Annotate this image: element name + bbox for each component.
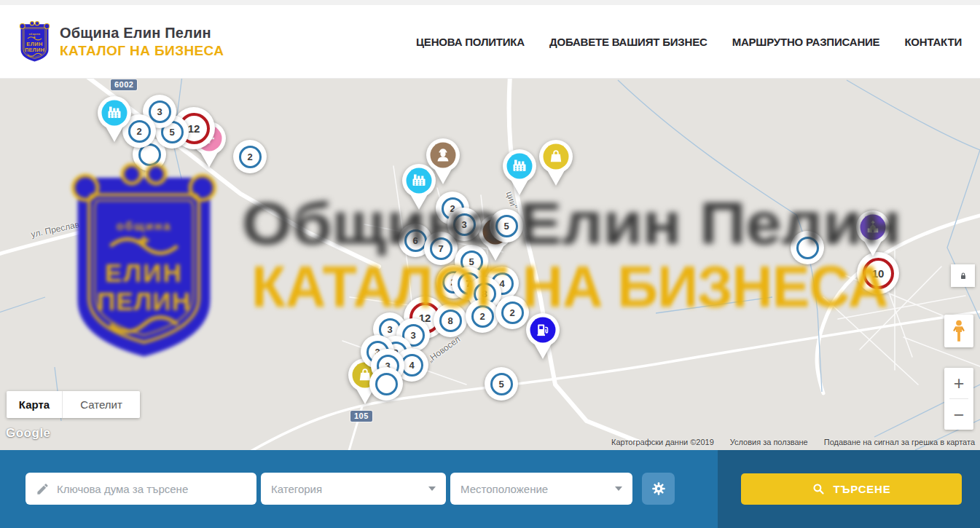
- street-view-pegman-button[interactable]: [944, 315, 973, 347]
- attribution-text: Картографски данни ©2019: [611, 438, 714, 446]
- pegman-icon: [949, 319, 968, 344]
- chevron-down-icon: [615, 486, 622, 491]
- pencil-icon: [36, 482, 50, 496]
- cluster-marker[interactable]: 2: [233, 140, 267, 173]
- cluster-count: 5: [490, 373, 513, 395]
- cluster-marker[interactable]: 7: [424, 232, 458, 265]
- fullscreen-lock-button[interactable]: [951, 264, 975, 287]
- cluster-count: 3: [453, 213, 476, 236]
- map-attribution: Картографски данни ©2019Условия за ползв…: [611, 438, 975, 446]
- attribution-link[interactable]: Условия за ползване: [730, 438, 808, 446]
- location-select[interactable]: Местоположение: [450, 473, 632, 505]
- zoom-in-button[interactable]: +: [944, 368, 973, 398]
- site-header: община ЕЛИН ПЕЛИН Община Елин Пелин КАТА…: [0, 5, 980, 79]
- cluster-marker[interactable]: 5: [490, 209, 523, 243]
- zoom-control: + −: [944, 368, 973, 430]
- church-pin[interactable]: [852, 208, 893, 261]
- top-strip: [0, 0, 980, 5]
- location-select-value: Местоположение: [460, 483, 548, 495]
- site-title: Община Елин Пелин: [60, 25, 224, 42]
- nav-link[interactable]: ЦЕНОВА ПОЛИТИКА: [416, 36, 525, 48]
- cluster-count: 2: [471, 305, 494, 328]
- search-icon: [812, 482, 826, 496]
- factory-pin[interactable]: [94, 93, 135, 147]
- advanced-settings-button[interactable]: [642, 473, 675, 505]
- nav-link[interactable]: КОНТАКТИ: [904, 36, 962, 48]
- cluster-count: [375, 373, 398, 395]
- keyword-input[interactable]: [57, 483, 256, 495]
- site-logo[interactable]: община ЕЛИН ПЕЛИН Община Елин Пелин КАТА…: [17, 18, 224, 65]
- cluster-marker[interactable]: 2: [466, 299, 499, 333]
- map-type-map-button[interactable]: Карта: [7, 391, 62, 418]
- cluster-marker[interactable]: [369, 367, 403, 401]
- map-type-control: Карта Сателит: [7, 391, 140, 418]
- cluster-count: 2: [501, 302, 524, 324]
- main-nav: ЦЕНОВА ПОЛИТИКАДОБАВЕТЕ ВАШИЯТ БИЗНЕСМАР…: [416, 36, 962, 48]
- svg-text:ЕЛИН: ЕЛИН: [26, 41, 42, 47]
- cluster-count: [796, 237, 819, 259]
- road-number-badge: 105: [350, 411, 372, 422]
- category-select-value: Категория: [271, 483, 322, 495]
- factory-pin[interactable]: [399, 161, 439, 215]
- cluster-count: 6: [404, 229, 427, 252]
- search-submit-button[interactable]: ТЪРСЕНЕ: [741, 473, 962, 505]
- attribution-link[interactable]: Подаване на сигнал за грешка в картата: [824, 438, 975, 446]
- page: община ЕЛИН ПЕЛИН Община Елин Пелин КАТА…: [0, 0, 980, 528]
- municipality-crest-icon: община ЕЛИН ПЕЛИН: [17, 18, 52, 65]
- keyword-field[interactable]: [26, 473, 256, 505]
- cluster-count: 8: [439, 310, 462, 332]
- svg-text:ПЕЛИН: ПЕЛИН: [25, 47, 44, 53]
- zoom-out-button[interactable]: −: [944, 399, 973, 430]
- google-logo[interactable]: Google: [6, 426, 51, 441]
- site-title-block: Община Елин Пелин КАТАЛОГ НА БИЗНЕСА: [60, 25, 224, 59]
- map-canvas[interactable]: 6002105ул. Преславбул. „Новоселции" 1253…: [0, 79, 980, 450]
- map-type-satellite-button[interactable]: Сателит: [62, 391, 140, 418]
- nav-link[interactable]: ДОБАВЕТЕ ВАШИЯТ БИЗНЕС: [549, 36, 707, 48]
- fuel-pin[interactable]: [522, 310, 563, 364]
- search-button-label: ТЪРСЕНЕ: [833, 483, 890, 495]
- cluster-count: 2: [239, 146, 262, 168]
- gear-icon: [651, 481, 667, 497]
- cluster-marker[interactable]: [791, 231, 824, 264]
- svg-text:община: община: [29, 33, 41, 36]
- category-select[interactable]: Категория: [261, 473, 446, 505]
- cluster-marker[interactable]: 8: [434, 304, 467, 337]
- factory-pin[interactable]: [499, 146, 540, 200]
- bag-pin[interactable]: [536, 137, 576, 191]
- cluster-count: 5: [495, 215, 518, 237]
- search-bar: Категория Местоположение: [0, 450, 980, 528]
- cluster-count: 7: [430, 237, 452, 260]
- road-number-badge: 6002: [111, 79, 137, 90]
- chevron-down-icon: [428, 486, 436, 491]
- nav-link[interactable]: МАРШРУТНО РАЗПИСАНИЕ: [732, 36, 880, 48]
- lock-icon: [957, 270, 969, 282]
- cluster-marker[interactable]: 5: [485, 367, 518, 401]
- site-subtitle: КАТАЛОГ НА БИЗНЕСА: [60, 43, 224, 59]
- cluster-count: 10: [863, 258, 894, 289]
